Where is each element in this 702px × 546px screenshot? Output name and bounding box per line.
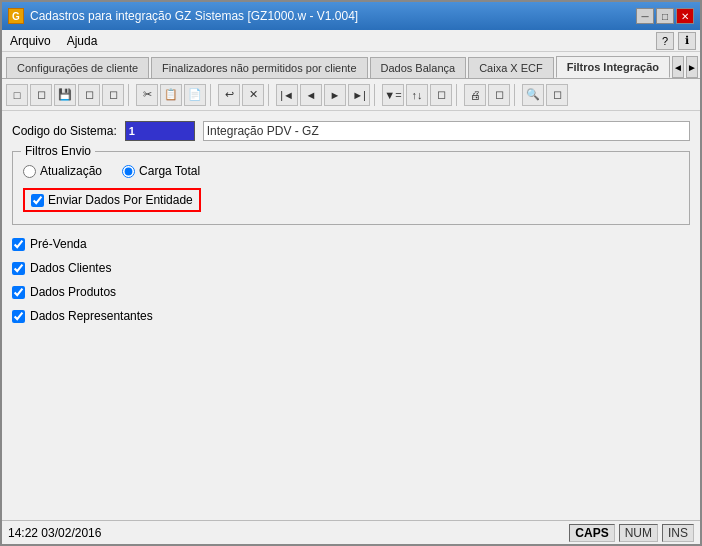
status-bar: 14:22 03/02/2016 CAPS NUM INS [2,520,700,544]
tab-scroll-right[interactable]: ► [686,56,698,78]
checkbox-dados-clientes-input[interactable] [12,262,25,275]
tb-sep6 [514,84,518,106]
filtros-envio-title: Filtros Envio [21,144,95,158]
radio-atualizacao[interactable]: Atualização [23,164,102,178]
tb-sep4 [374,84,378,106]
radio-carga-total[interactable]: Carga Total [122,164,200,178]
checkbox-pre-venda[interactable]: Pré-Venda [12,237,690,251]
tb-query[interactable]: ◻ [430,84,452,106]
tb-copy[interactable]: 📋 [160,84,182,106]
filtros-envio-group: Filtros Envio Atualização Carga Total En… [12,151,690,225]
checkbox-dados-produtos-input[interactable] [12,286,25,299]
radio-atualizacao-label: Atualização [40,164,102,178]
tb-sep2 [210,84,214,106]
tb-sep3 [268,84,272,106]
tb-print-prev[interactable]: ◻ [102,84,124,106]
radio-group: Atualização Carga Total [23,160,679,178]
checkbox-dados-representantes-label: Dados Representantes [30,309,153,323]
tabs-bar: Configurações de cliente Finalizadores n… [2,52,700,79]
status-ins: INS [662,524,694,542]
enviar-dados-highlight: Enviar Dados Por Entidade [23,188,201,212]
tb-first[interactable]: |◄ [276,84,298,106]
toolbar: □ ◻ 💾 ◻ ◻ ✂ 📋 📄 ↩ ✕ |◄ ◄ ► ►| ▼= ↑↓ ◻ 🖨 … [2,79,700,111]
app-icon: G [8,8,24,24]
tb-prev[interactable]: ◄ [300,84,322,106]
tb-sort[interactable]: ↑↓ [406,84,428,106]
title-buttons: ─ □ ✕ [636,8,694,24]
tab-scroll-left[interactable]: ◄ [672,56,684,78]
status-indicators: CAPS NUM INS [569,524,694,542]
radio-carga-total-input[interactable] [122,165,135,178]
status-caps: CAPS [569,524,614,542]
tb-print[interactable]: 🖨 [464,84,486,106]
minimize-button[interactable]: ─ [636,8,654,24]
tb-save[interactable]: 💾 [54,84,76,106]
window-title: Cadastros para integração GZ Sistemas [G… [30,9,358,23]
close-button[interactable]: ✕ [676,8,694,24]
tb-extra[interactable]: ◻ [546,84,568,106]
tb-last[interactable]: ►| [348,84,370,106]
info-button[interactable]: ℹ [678,32,696,50]
tb-next[interactable]: ► [324,84,346,106]
tb-cut[interactable]: ✂ [136,84,158,106]
tab-dados-balanca[interactable]: Dados Balança [370,57,467,78]
checkbox-pre-venda-input[interactable] [12,238,25,251]
status-num: NUM [619,524,658,542]
tab-configuracoes[interactable]: Configurações de cliente [6,57,149,78]
menu-bar: Arquivo Ajuda ? ℹ [2,30,700,52]
status-datetime: 14:22 03/02/2016 [8,526,101,540]
title-bar-left: G Cadastros para integração GZ Sistemas … [8,8,358,24]
tb-new[interactable]: □ [6,84,28,106]
radio-carga-total-label: Carga Total [139,164,200,178]
checkbox-dados-clientes-label: Dados Clientes [30,261,111,275]
content-area: Codigo do Sistema: Filtros Envio Atualiz… [2,111,700,520]
title-bar: G Cadastros para integração GZ Sistemas … [2,2,700,30]
enviar-dados-label: Enviar Dados Por Entidade [48,193,193,207]
tab-finalizadores[interactable]: Finalizadores não permitidos por cliente [151,57,367,78]
system-code-label: Codigo do Sistema: [12,124,117,138]
enviar-dados-checkbox[interactable] [31,194,44,207]
menu-arquivo[interactable]: Arquivo [6,32,55,50]
system-desc-input[interactable] [203,121,690,141]
main-window: G Cadastros para integração GZ Sistemas … [0,0,702,546]
checkbox-dados-produtos[interactable]: Dados Produtos [12,285,690,299]
checkbox-pre-venda-label: Pré-Venda [30,237,87,251]
checkbox-dados-representantes-input[interactable] [12,310,25,323]
tb-sep5 [456,84,460,106]
tb-filter[interactable]: ▼= [382,84,404,106]
tb-close[interactable]: ◻ [78,84,100,106]
system-code-row: Codigo do Sistema: [12,121,690,141]
checkbox-dados-representantes[interactable]: Dados Representantes [12,309,690,323]
help-button[interactable]: ? [656,32,674,50]
tab-filtros-integracao[interactable]: Filtros Integração [556,56,670,78]
tb-delete[interactable]: ✕ [242,84,264,106]
checkbox-dados-produtos-label: Dados Produtos [30,285,116,299]
tb-search[interactable]: 🔍 [522,84,544,106]
menu-ajuda[interactable]: Ajuda [63,32,102,50]
radio-atualizacao-input[interactable] [23,165,36,178]
help-icons: ? ℹ [656,32,696,50]
tab-caixa-ecf[interactable]: Caixa X ECF [468,57,554,78]
tb-undo[interactable]: ↩ [218,84,240,106]
tb-export[interactable]: ◻ [488,84,510,106]
checkbox-dados-clientes[interactable]: Dados Clientes [12,261,690,275]
restore-button[interactable]: □ [656,8,674,24]
checkboxes-section: Pré-Venda Dados Clientes Dados Produtos … [12,237,690,329]
system-code-input[interactable] [125,121,195,141]
tb-open[interactable]: ◻ [30,84,52,106]
tb-sep1 [128,84,132,106]
tb-paste[interactable]: 📄 [184,84,206,106]
